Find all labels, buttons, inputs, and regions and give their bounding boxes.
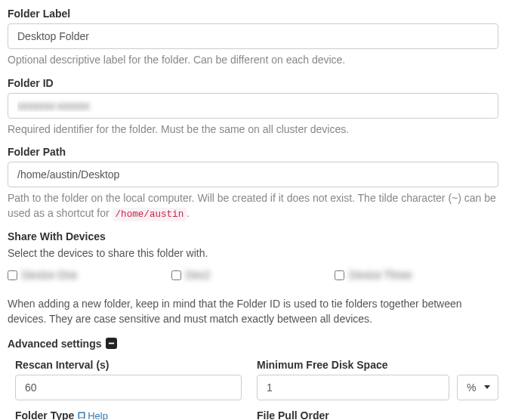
folder-type-group: Folder Type Help Send & Receive: [15, 409, 242, 420]
advanced-settings-toggle[interactable]: Advanced settings: [8, 338, 498, 350]
device-checkbox-1[interactable]: Dev2: [171, 269, 335, 281]
folder-path-help-suffix: .: [187, 207, 190, 219]
file-pull-order-label: File Pull Order: [257, 409, 498, 420]
min-disk-space-unit-select[interactable]: %: [457, 375, 498, 400]
devices-row: Device One Dev2 Device Three: [8, 269, 498, 281]
min-disk-space-label: Minimum Free Disk Space: [257, 359, 498, 371]
folder-id-label: Folder ID: [8, 77, 498, 89]
device-checkbox-input-0[interactable]: [8, 270, 17, 280]
folder-id-input[interactable]: [8, 93, 498, 119]
file-pull-order-group: File Pull Order Random: [257, 409, 498, 420]
device-checkbox-2[interactable]: Device Three: [335, 269, 498, 281]
advanced-settings-body: Rescan Interval (s) Minimum Free Disk Sp…: [8, 359, 498, 420]
advanced-settings-label: Advanced settings: [8, 338, 101, 350]
folder-type-help-link[interactable]: Help: [88, 410, 108, 420]
folder-path-help: Path to the folder on the local computer…: [8, 191, 498, 221]
rescan-interval-label: Rescan Interval (s): [15, 359, 242, 371]
folder-path-group: Folder Path Path to the folder on the lo…: [8, 146, 498, 221]
device-name-0: Device One: [22, 269, 77, 281]
share-devices-help: Select the devices to share this folder …: [8, 246, 498, 261]
device-name-2: Device Three: [349, 269, 412, 281]
folder-path-input[interactable]: [8, 162, 498, 187]
minus-icon: [106, 338, 117, 349]
device-checkbox-input-1[interactable]: [171, 270, 181, 280]
min-disk-space-group: Minimum Free Disk Space %: [257, 359, 498, 400]
rescan-interval-input[interactable]: [15, 375, 242, 400]
folder-label-label: Folder Label: [8, 8, 498, 20]
share-devices-label: Share With Devices: [8, 230, 498, 242]
folder-label-group: Folder Label Optional descriptive label …: [8, 8, 498, 68]
folder-path-help-code: /home/austin: [113, 208, 187, 221]
folder-type-label: Folder Type Help: [15, 409, 242, 420]
folder-id-group: Folder ID Required identifier for the fo…: [8, 77, 498, 137]
folder-id-note: When adding a new folder, keep in mind t…: [8, 296, 498, 327]
folder-id-help: Required identifier for the folder. Must…: [8, 122, 498, 137]
min-disk-space-input[interactable]: [257, 375, 449, 400]
device-name-1: Dev2: [186, 269, 211, 281]
share-devices-group: Share With Devices Select the devices to…: [8, 230, 498, 281]
device-checkbox-0[interactable]: Device One: [8, 269, 171, 281]
folder-label-input[interactable]: [8, 23, 498, 49]
svg-rect-0: [109, 343, 114, 344]
folder-path-label: Folder Path: [8, 146, 498, 158]
rescan-interval-group: Rescan Interval (s): [15, 359, 242, 400]
folder-label-help: Optional descriptive label for the folde…: [8, 53, 498, 68]
folder-type-label-text: Folder Type: [15, 409, 74, 420]
device-checkbox-input-2[interactable]: [335, 270, 344, 280]
book-icon: [77, 409, 86, 420]
folder-path-help-prefix: Path to the folder on the local computer…: [8, 192, 496, 219]
